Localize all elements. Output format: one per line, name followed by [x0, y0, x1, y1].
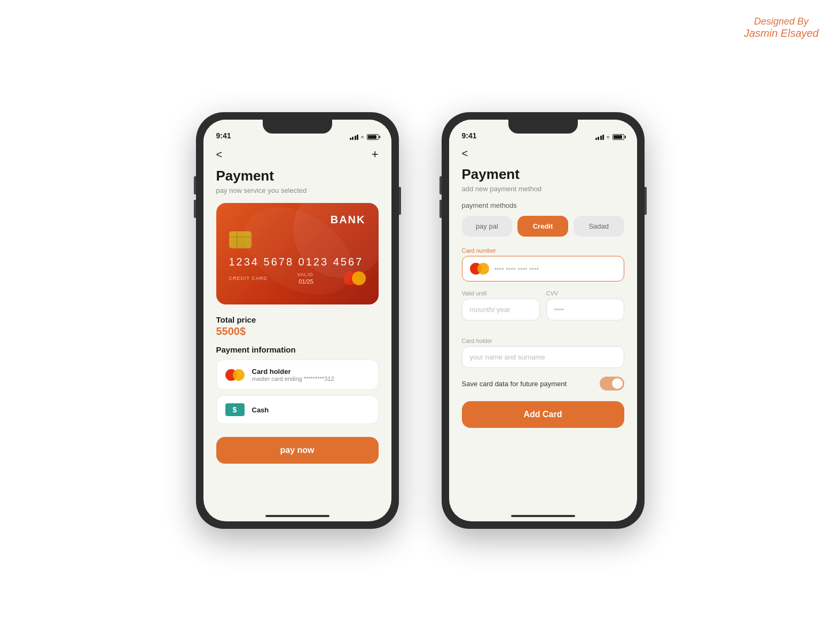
card-valid-info: VALID 01/25 — [297, 272, 313, 285]
cvv-group: CVV •••• — [546, 290, 624, 320]
top-bar-2: < — [462, 143, 624, 166]
credit-card: BANK 1234 5678 0123 4567 CREDIT CARD VAL… — [216, 203, 379, 304]
card-bank-name: BANK — [229, 214, 366, 226]
power-btn — [399, 187, 401, 215]
vol-up-btn — [194, 176, 196, 194]
card-holder-subtitle: master card ending *********312 — [252, 376, 334, 382]
total-price-label: Total price — [216, 315, 379, 324]
save-card-toggle[interactable] — [600, 377, 624, 390]
cvv-placeholder: •••• — [554, 306, 564, 314]
card-holder-field-label: Card holder — [462, 338, 624, 344]
cash-title: Cash — [252, 406, 269, 414]
cvv-field-label: CVV — [546, 290, 624, 296]
tab-paypal[interactable]: pay pal — [462, 216, 513, 237]
payment-method-cash[interactable]: Cash — [216, 395, 379, 424]
signal-icon-2 — [595, 135, 605, 140]
valid-field-label: Valid until — [462, 290, 540, 296]
vol-down-btn — [194, 200, 196, 218]
signal-icon-1 — [350, 135, 359, 140]
cvv-input[interactable]: •••• — [546, 299, 624, 320]
cash-icon — [225, 403, 245, 416]
add-card-button[interactable]: Add Card — [462, 401, 624, 428]
phone-2: 9:41 ≈ < Payment add new payment met — [442, 112, 645, 529]
status-time-2: 9:41 — [462, 131, 477, 140]
payment-info-label: Payment information — [216, 345, 379, 354]
card-number-display: 1234 5678 0123 4567 — [229, 256, 366, 268]
card-number-input-box[interactable]: •••• •••• •••• •••• — [462, 256, 624, 282]
card-number-field-label: Card number — [462, 247, 624, 254]
mastercard-icon-form — [470, 263, 489, 275]
vol-up-btn-2 — [439, 176, 442, 194]
valid-cvv-row: Valid until mounth/ year CVV •••• — [462, 290, 624, 329]
page-title-1: Payment — [216, 168, 379, 184]
tab-sadad[interactable]: Sadad — [574, 216, 624, 237]
save-card-text: Save card data for future payment — [462, 380, 567, 388]
total-price-value: 5500$ — [216, 325, 379, 338]
top-bar-1: < + — [216, 143, 379, 168]
payment-method-tabs: pay pal Credit Sadad — [462, 216, 624, 237]
valid-group: Valid until mounth/ year — [462, 290, 540, 320]
status-icons-2: ≈ — [595, 134, 624, 140]
mastercard-icon-small — [225, 369, 245, 381]
tab-credit[interactable]: Credit — [517, 216, 568, 237]
valid-placeholder: mounth/ year — [470, 306, 511, 314]
card-credit-label: CREDIT CARD — [229, 276, 268, 281]
screen-1-content: < + Payment pay now service you selected… — [203, 143, 391, 521]
power-btn-2 — [645, 187, 647, 215]
card-payment-text: Card holder master card ending *********… — [252, 368, 334, 382]
designer-credit: Designed By Jasmin Elsayed — [744, 16, 819, 40]
screen-2-content: < Payment add new payment method payment… — [449, 143, 637, 521]
page-subtitle-1: pay now service you selected — [216, 186, 379, 194]
card-holder-title: Card holder — [252, 368, 334, 376]
save-card-row: Save card data for future payment — [462, 377, 624, 390]
battery-icon-2 — [613, 134, 624, 140]
home-indicator-2 — [511, 515, 575, 517]
status-bar-1: 9:41 ≈ — [203, 120, 391, 143]
vol-down-btn-2 — [439, 200, 442, 218]
cash-payment-text: Cash — [252, 406, 269, 414]
wifi-icon-1: ≈ — [361, 134, 364, 140]
home-indicator-1 — [265, 515, 329, 517]
back-button-1[interactable]: < — [216, 148, 223, 161]
page-subtitle-2: add new payment method — [462, 185, 624, 193]
page-title-2: Payment — [462, 166, 624, 183]
add-button-1[interactable]: + — [372, 147, 379, 161]
card-holder-input[interactable]: your name and surname — [462, 346, 624, 368]
valid-label: VALID — [297, 272, 313, 277]
back-button-2[interactable]: < — [462, 147, 468, 160]
payment-method-card[interactable]: Card holder master card ending *********… — [216, 359, 379, 390]
battery-icon-1 — [367, 134, 379, 140]
status-icons-1: ≈ — [350, 134, 379, 140]
status-time-1: 9:41 — [216, 131, 231, 140]
card-number-group: Card number •••• •••• •••• •••• — [462, 247, 624, 282]
wifi-icon-2: ≈ — [607, 134, 610, 140]
card-holder-group: Card holder your name and surname — [462, 338, 624, 368]
status-bar-2: 9:41 ≈ — [449, 120, 637, 143]
card-bottom: CREDIT CARD VALID 01/25 — [229, 271, 366, 285]
designer-line1: Designed By — [744, 16, 819, 27]
payment-methods-label: payment methods — [462, 201, 624, 209]
designer-line2: Jasmin Elsayed — [744, 27, 819, 40]
pay-now-button[interactable]: pay now — [216, 437, 379, 464]
phone-1-screen: 9:41 ≈ < + Payment pay now — [203, 120, 391, 521]
card-chip — [229, 231, 252, 248]
card-number-placeholder: •••• •••• •••• •••• — [494, 265, 539, 273]
valid-date: 01/25 — [299, 278, 313, 285]
phone-2-screen: 9:41 ≈ < Payment add new payment met — [449, 120, 637, 521]
valid-input[interactable]: mounth/ year — [462, 299, 540, 320]
mastercard-logo — [343, 271, 366, 285]
card-holder-placeholder: your name and surname — [470, 353, 545, 361]
phone-1: 9:41 ≈ < + Payment pay now — [196, 112, 399, 529]
